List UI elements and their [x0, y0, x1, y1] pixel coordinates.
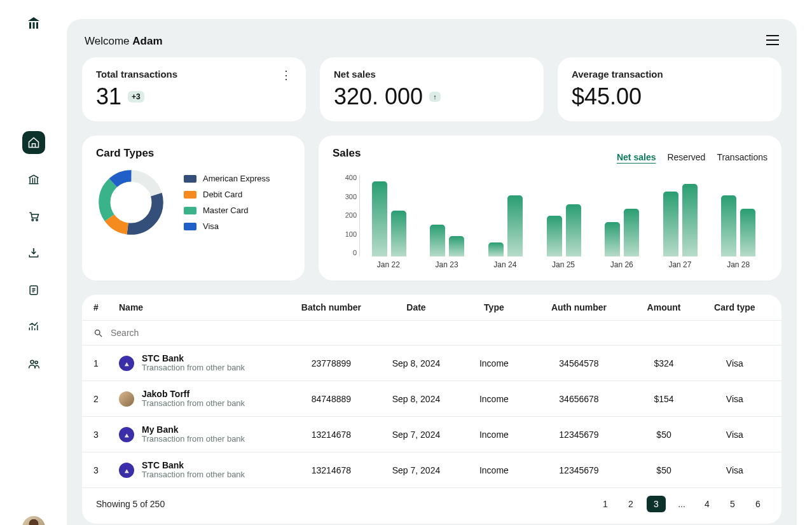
row-avatar-icon: ⟁ — [119, 356, 134, 371]
bar-group — [476, 175, 535, 256]
bar — [566, 204, 581, 256]
cell-index: 3 — [93, 465, 119, 475]
tab-transactions[interactable]: Transactions — [717, 152, 767, 162]
page-2[interactable]: 2 — [621, 496, 640, 512]
bar — [391, 211, 406, 256]
sidebar: $ — [0, 0, 67, 525]
tab-net-sales[interactable]: Net sales — [617, 152, 656, 162]
svg-point-7 — [31, 360, 34, 363]
svg-point-8 — [35, 361, 38, 363]
search-input[interactable] — [109, 327, 770, 339]
donut-chart — [96, 167, 166, 237]
tab-reserved[interactable]: Reserved — [667, 152, 705, 162]
table-row[interactable]: 1⟁STC BankTransaction from other bank237… — [82, 346, 781, 381]
page-1[interactable]: 1 — [596, 496, 615, 512]
page-4[interactable]: 4 — [698, 496, 717, 512]
cell-card: Visa — [699, 358, 770, 368]
table-footer-text: Showing 5 of 250 — [96, 499, 165, 509]
legend-item: Visa — [184, 221, 270, 231]
pagination: 123...456 — [596, 496, 767, 512]
page-5[interactable]: 5 — [723, 496, 742, 512]
svg-rect-2 — [36, 22, 38, 29]
cell-date: Sep 7, 2024 — [374, 430, 459, 440]
col-batch: Batch number — [289, 302, 374, 312]
svg-point-14 — [95, 330, 100, 335]
cell-card: Visa — [699, 430, 770, 440]
row-name: My Bank — [142, 424, 245, 435]
logo-icon — [26, 15, 41, 31]
nav-deposit[interactable]: $ — [22, 242, 45, 265]
svg-rect-1 — [32, 22, 34, 29]
col-type: Type — [458, 302, 529, 312]
sales-tabs: Net salesReservedTransactions — [617, 152, 767, 162]
kpi-net-label: Net sales — [334, 69, 530, 80]
cell-name: ⟁STC BankTransaction from other bank — [119, 460, 289, 480]
table-row[interactable]: 2Jakob TorffTransaction from other bank8… — [82, 381, 781, 417]
bar — [372, 181, 387, 256]
nav-cart[interactable] — [22, 205, 45, 228]
kpi-total-transactions: ⋮ Total transactions 31 +3 — [82, 57, 306, 122]
bank-icon — [27, 173, 40, 186]
col-auth: Auth number — [530, 302, 629, 312]
cell-index: 3 — [93, 430, 119, 440]
row-name: STC Bank — [142, 353, 245, 363]
nav-document[interactable] — [22, 279, 45, 302]
cell-batch: 13214678 — [289, 465, 374, 475]
nav-analytics[interactable] — [22, 316, 45, 339]
kpi-avg-value: $45.00 — [572, 83, 642, 110]
nav-users[interactable] — [22, 353, 45, 375]
cell-amount: $324 — [628, 358, 699, 368]
cell-card: Visa — [699, 465, 770, 475]
card-types-title: Card Types — [96, 147, 291, 160]
welcome-text: Welcome Adam — [85, 35, 163, 48]
bar — [740, 209, 755, 256]
users-icon — [27, 358, 40, 370]
table-row[interactable]: 3⟁STC BankTransaction from other bank132… — [82, 452, 781, 488]
kpi-menu-button[interactable]: ⋮ — [280, 73, 292, 78]
kpi-total-delta: +3 — [128, 91, 144, 102]
bar-group — [651, 175, 710, 256]
cell-date: Sep 8, 2024 — [374, 394, 459, 404]
deposit-icon: $ — [27, 247, 40, 260]
menu-button[interactable] — [765, 34, 780, 48]
cell-amount: $154 — [628, 394, 699, 404]
row-sub: Transaction from other bank — [142, 363, 245, 373]
legend-label: Visa — [203, 221, 219, 231]
table-header: # Name Batch number Date Type Auth numbe… — [82, 295, 781, 320]
table-row[interactable]: 3⟁My BankTransaction from other bank1321… — [82, 417, 781, 452]
page-...: ... — [672, 496, 691, 512]
bar-group — [709, 175, 767, 256]
user-avatar[interactable] — [22, 516, 45, 525]
transactions-table: # Name Batch number Date Type Auth numbe… — [82, 295, 781, 524]
welcome-prefix: Welcome — [85, 35, 132, 47]
welcome-name: Adam — [132, 35, 162, 47]
x-label: Jan 22 — [359, 260, 418, 269]
chart-bars — [359, 175, 767, 256]
analytics-icon — [27, 321, 40, 333]
cell-name: ⟁My BankTransaction from other bank — [119, 424, 289, 444]
svg-point-4 — [36, 220, 38, 221]
page-3[interactable]: 3 — [647, 496, 666, 512]
bar — [682, 184, 698, 256]
page-6[interactable]: 6 — [748, 496, 767, 512]
bar — [605, 222, 620, 256]
x-label: Jan 23 — [418, 260, 476, 269]
y-tick: 400 — [333, 174, 357, 181]
card-types-card: Card Types American ExpressDebit CardMas… — [82, 136, 305, 281]
x-label: Jan 24 — [476, 260, 534, 269]
nav-home[interactable] — [22, 131, 45, 154]
legend-label: Debit Card — [203, 190, 242, 199]
kpi-total-label: Total transactions — [96, 69, 292, 80]
kpi-net-sales: Net sales 320. 000 — [320, 57, 544, 122]
bar — [488, 242, 504, 256]
cell-batch: 84748889 — [289, 394, 374, 404]
legend-item: Debit Card — [184, 190, 270, 199]
nav-bank[interactable] — [22, 168, 45, 191]
cell-amount: $50 — [628, 465, 699, 475]
sales-card: Sales Net salesReservedTransactions 4003… — [319, 136, 781, 281]
col-index: # — [93, 302, 119, 312]
y-tick: 100 — [333, 230, 357, 238]
row-avatar-icon — [119, 391, 134, 407]
kpi-avg-transaction: Average transaction $45.00 — [558, 57, 781, 122]
nav: $ — [22, 131, 45, 375]
